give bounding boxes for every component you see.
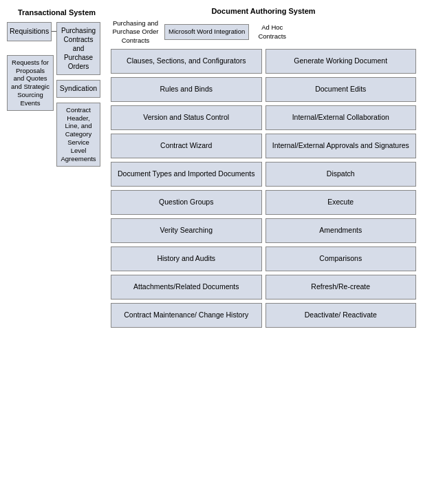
syndication-box: Syndication [56,80,100,98]
auth-right-3: Internal/External Approvals and Signatur… [265,134,417,158]
auth-left-6: Verity Searching [111,218,262,243]
auth-left-9: Contract Maintenance/ Change History [111,303,262,328]
auth-right-7: Comparisons [265,246,417,271]
auth-left-3: Contract Wizard [111,134,262,158]
auth-left-2: Version and Status Control [111,105,262,130]
auth-right-9: Deactivate/ Reactivate [265,303,417,328]
msword-box: Microsoft Word Integration [164,24,249,39]
purchasing-label: Purchasing and Purchase Order Contracts [111,19,160,45]
auth-left-0: Clauses, Sections, and Configurators [111,49,262,74]
auth-left-7: History and Audits [111,246,262,271]
purchasing-box: Purchasing Contracts and Purchase Orders [56,22,100,75]
rfp-box: Requests for Proposals and Quotes and St… [7,55,54,111]
auth-left-4: Document Types and Imported Documents [111,162,262,187]
auth-right-2: Internal/External Collaboration [265,105,417,130]
auth-right-6: Amendments [265,218,417,243]
auth-left-5: Question Groups [111,190,262,215]
auth-left-8: Attachments/Related Documents [111,275,262,300]
authoring-title: Document Authoring System [111,7,416,15]
auth-right-4: Dispatch [265,162,417,187]
auth-right-1: Document Edits [265,77,417,102]
auth-right-8: Refresh/Re-create [265,275,417,300]
auth-right-5: Execute [265,190,417,215]
contract-header-box: Contract Header, Line, and Category Serv… [56,103,100,167]
requisitions-box: Requisitions [7,22,52,41]
auth-left-1: Rules and Binds [111,77,262,102]
transactional-title: Transactional System [7,7,107,18]
adhoc-label: Ad Hoc Contracts [253,23,291,41]
auth-right-0: Generate Working Document [265,49,417,74]
